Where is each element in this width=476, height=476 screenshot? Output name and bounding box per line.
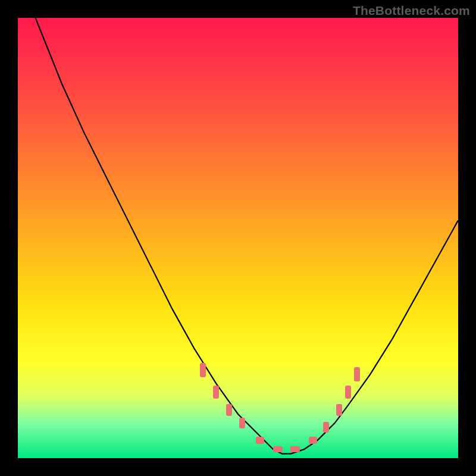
highlight-marker xyxy=(354,367,360,381)
highlight-marker xyxy=(336,404,342,416)
chart-frame: TheBottleneck.com xyxy=(0,0,476,476)
highlight-marker xyxy=(200,363,206,377)
highlight-marker xyxy=(239,418,245,428)
highlight-marker xyxy=(290,446,300,452)
highlight-marker xyxy=(213,386,219,399)
watermark-text: TheBottleneck.com xyxy=(353,4,470,18)
highlight-marker xyxy=(256,437,264,444)
highlight-marker xyxy=(273,446,283,452)
highlight-marker xyxy=(226,404,232,416)
highlight-marker xyxy=(309,437,317,444)
highlight-marker xyxy=(345,386,351,399)
plot-area xyxy=(18,18,458,458)
curve-svg xyxy=(18,18,458,458)
highlight-marker xyxy=(323,422,329,433)
bottleneck-curve xyxy=(36,18,458,454)
